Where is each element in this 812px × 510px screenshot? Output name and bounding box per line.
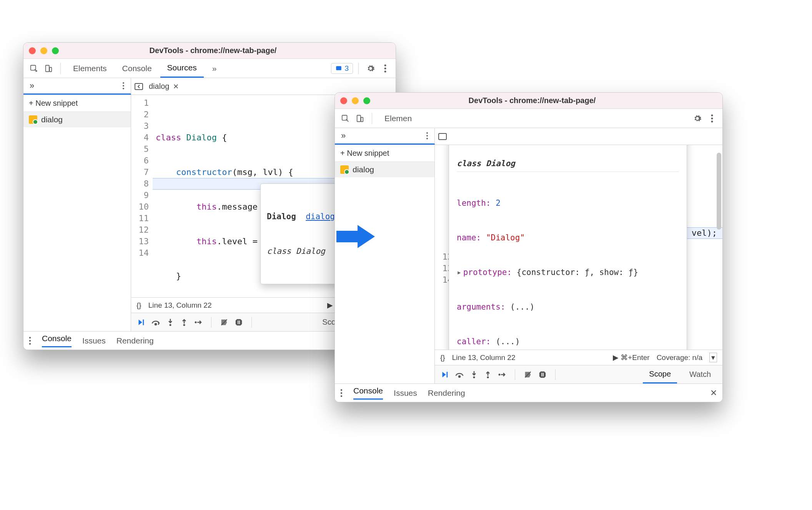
kebab-menu-icon[interactable]	[426, 132, 428, 140]
snippet-item-dialog[interactable]: dialog	[23, 112, 131, 127]
pause-exceptions-icon[interactable]	[538, 370, 547, 379]
gear-icon[interactable]	[364, 62, 377, 75]
code-editor[interactable]: 12 13 14 vel); const dialog = new Dialog…	[435, 145, 722, 350]
kebab-menu-icon[interactable]	[29, 337, 31, 345]
drawer-tab-issues[interactable]: Issues	[394, 388, 417, 398]
snippet-file-icon	[29, 115, 37, 124]
drawer-tab-issues[interactable]: Issues	[82, 336, 106, 345]
svg-point-42	[341, 392, 342, 393]
svg-point-34	[459, 376, 460, 377]
tab-overflow[interactable]: »	[205, 59, 224, 78]
svg-rect-25	[361, 117, 363, 122]
svg-point-37	[499, 373, 501, 375]
step-into-icon[interactable]	[470, 370, 478, 379]
drawer-tab-rendering[interactable]: Rendering	[428, 388, 465, 398]
inspect-element-icon[interactable]	[339, 112, 352, 125]
svg-point-16	[195, 321, 197, 323]
chevron-down-boxed-icon[interactable]: ▾	[709, 353, 717, 362]
format-braces-icon[interactable]: {}	[440, 353, 445, 362]
resume-icon[interactable]	[440, 370, 449, 379]
inspect-element-icon[interactable]	[27, 62, 40, 75]
svg-point-10	[123, 88, 124, 89]
deactivate-breakpoints-icon[interactable]	[220, 318, 228, 327]
svg-rect-11	[135, 83, 143, 90]
drawer-toolbar: Console Issues Rendering ✕	[335, 383, 722, 402]
issues-indicator[interactable]: 3	[331, 63, 353, 74]
coverage-indicator[interactable]: Coverage: n/a	[657, 353, 702, 362]
maximize-window-icon[interactable]	[52, 47, 59, 54]
tab-elements[interactable]: Elemen	[378, 109, 419, 128]
close-drawer-icon[interactable]: ✕	[710, 388, 717, 398]
maximize-window-icon[interactable]	[363, 97, 370, 104]
close-tab-icon[interactable]: ✕	[173, 82, 179, 91]
debugger-toolbar: Scope Watch	[435, 365, 722, 383]
drawer-tab-rendering[interactable]: Rendering	[116, 336, 154, 345]
cursor-position: Line 13, Column 22	[148, 301, 212, 310]
traffic-lights	[29, 47, 59, 54]
svg-rect-3	[50, 67, 52, 72]
svg-rect-33	[447, 372, 448, 377]
kebab-menu-icon[interactable]	[379, 62, 392, 75]
main-toolbar: Elements Console Sources » 3	[23, 59, 396, 78]
drawer-tab-console[interactable]: Console	[353, 386, 383, 400]
svg-rect-2	[46, 65, 49, 72]
kebab-menu-icon[interactable]	[706, 112, 719, 125]
svg-point-20	[29, 337, 31, 338]
navigator-overflow[interactable]: »	[23, 78, 131, 95]
new-snippet-button[interactable]: + New snippet	[335, 145, 434, 162]
kebab-menu-icon[interactable]	[340, 389, 343, 397]
deactivate-breakpoints-icon[interactable]	[524, 370, 532, 379]
kebab-menu-icon[interactable]	[122, 82, 125, 90]
new-snippet-button[interactable]: + New snippet	[23, 95, 131, 112]
run-snippet-hint[interactable]: ▶ ⌘+Enter	[613, 353, 650, 362]
close-window-icon[interactable]	[29, 47, 36, 54]
snippet-item-dialog[interactable]: dialog	[335, 162, 434, 177]
svg-point-6	[384, 67, 386, 69]
line-gutter: 1234567891011121314	[131, 95, 153, 297]
close-window-icon[interactable]	[340, 97, 347, 104]
gear-icon[interactable]	[691, 112, 704, 125]
watch-tab[interactable]: Watch	[683, 365, 717, 383]
svg-point-30	[426, 135, 428, 137]
svg-rect-19	[239, 320, 240, 324]
svg-point-7	[384, 70, 386, 72]
partial-line-fragment: vel);	[692, 227, 717, 239]
svg-rect-24	[357, 115, 361, 122]
pause-exceptions-icon[interactable]	[235, 318, 243, 327]
step-over-icon[interactable]	[151, 318, 160, 327]
svg-rect-4	[336, 66, 342, 70]
titlebar: DevTools - chrome://new-tab-page/	[23, 43, 396, 59]
minimize-window-icon[interactable]	[40, 47, 47, 54]
navigator-overflow[interactable]: »	[335, 128, 435, 145]
scrollbar-thumb[interactable]	[717, 153, 721, 230]
traffic-lights	[340, 97, 370, 104]
file-tab-dialog[interactable]: dialog ✕	[143, 78, 184, 95]
scope-tab[interactable]: Scope	[643, 365, 677, 383]
device-toolbar-icon[interactable]	[353, 112, 366, 125]
snippets-sidebar: + New snippet dialog	[23, 95, 131, 331]
step-icon[interactable]	[194, 318, 203, 327]
drawer-tab-console[interactable]: Console	[42, 334, 72, 347]
svg-point-22	[29, 343, 31, 344]
step-over-icon[interactable]	[455, 370, 464, 379]
svg-rect-12	[143, 319, 144, 325]
code-content[interactable]: vel); const dialog = new Dialog('hello w…	[456, 147, 722, 350]
step-into-icon[interactable]	[166, 318, 174, 327]
nav-back-icon[interactable]	[134, 83, 143, 90]
device-toolbar-icon[interactable]	[42, 62, 55, 75]
nav-back-icon[interactable]	[438, 133, 447, 140]
step-out-icon[interactable]	[484, 370, 492, 379]
tab-sources[interactable]: Sources	[160, 59, 204, 78]
resume-icon[interactable]	[136, 318, 145, 327]
minimize-window-icon[interactable]	[352, 97, 359, 104]
svg-point-36	[487, 376, 489, 378]
step-icon[interactable]	[498, 370, 506, 379]
tab-elements[interactable]: Elements	[66, 59, 114, 78]
titlebar: DevTools - chrome://new-tab-page/	[335, 93, 722, 109]
tab-console[interactable]: Console	[115, 59, 159, 78]
hover-tooltip-expanded: class Dialog length: 2 name: "Dialog" ▸p…	[449, 145, 687, 350]
transition-arrow-icon	[334, 221, 377, 252]
editor-statusbar: {} Line 13, Column 22 ▶ ⌘+Enter Coverage…	[435, 350, 722, 365]
format-braces-icon[interactable]: {}	[136, 301, 141, 310]
step-out-icon[interactable]	[180, 318, 188, 327]
